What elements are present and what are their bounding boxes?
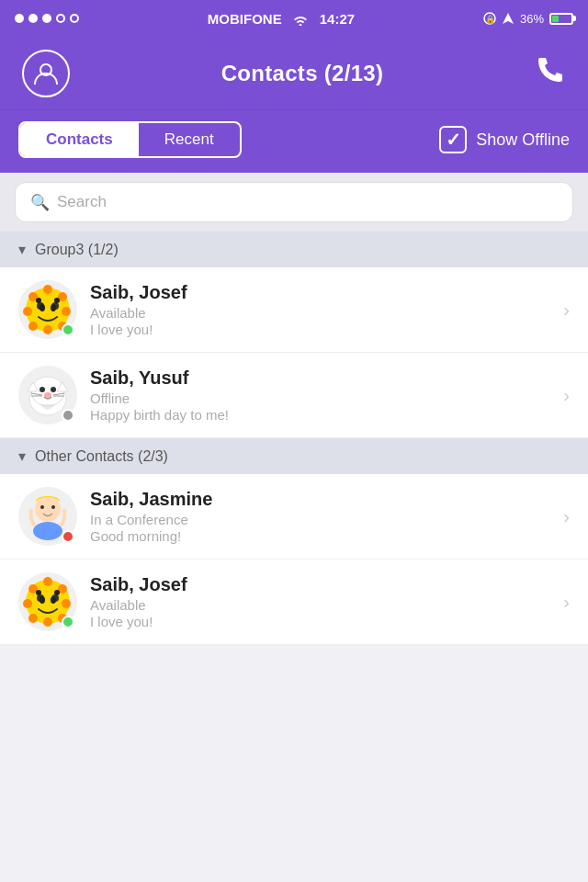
contacts-container: ▾ Group3 (1/2) Saib, Josef Available I l…: [0, 232, 588, 645]
time-label: 14:27: [320, 11, 355, 27]
contact-info: Saib, Josef Available I love you!: [77, 574, 554, 629]
tab-recent[interactable]: Recent: [139, 123, 240, 156]
search-placeholder: Search: [57, 193, 107, 211]
contact-item[interactable]: Saib, Josef Available I love you! ›: [0, 267, 588, 353]
svg-point-18: [51, 304, 56, 311]
phone-icon: [535, 54, 566, 85]
signal-indicators: [15, 14, 79, 23]
avatar-icon: [31, 59, 61, 88]
contact-status: Offline: [90, 390, 554, 406]
contact-name: Saib, Jasmine: [90, 489, 554, 510]
user-avatar[interactable]: [22, 50, 70, 97]
contact-item[interactable]: Saib, Jasmine In a Conference Good morni…: [0, 474, 588, 560]
search-icon: 🔍: [30, 193, 50, 212]
contact-chevron-icon: ›: [554, 506, 570, 527]
contact-item[interactable]: Saib, Yusuf Offline Happy birth day to m…: [0, 353, 588, 438]
contact-name: Saib, Yusuf: [90, 368, 554, 389]
svg-point-46: [36, 590, 41, 595]
svg-point-24: [51, 387, 56, 392]
svg-point-13: [28, 322, 38, 331]
show-offline-toggle[interactable]: ✓ Show Offline: [439, 126, 570, 153]
signal-dot-5: [70, 14, 79, 23]
svg-point-48: [40, 596, 45, 604]
avatar-wrap: [18, 280, 77, 339]
svg-point-30: [35, 496, 61, 522]
battery-icon: [549, 13, 573, 25]
contact-chevron-icon: ›: [554, 385, 570, 406]
carrier-time: MOBIFONE 14:27: [208, 11, 355, 27]
svg-point-14: [23, 307, 32, 316]
tab-group: Contacts Recent: [18, 121, 242, 158]
contact-status: In a Conference: [90, 512, 554, 527]
svg-point-10: [62, 307, 71, 316]
contact-message: I love you!: [90, 614, 554, 629]
battery-area: 🔒 36%: [483, 12, 573, 26]
search-bar[interactable]: 🔍 Search: [15, 182, 573, 222]
svg-point-12: [43, 325, 52, 334]
group-header[interactable]: ▾ Group3 (1/2): [0, 232, 588, 267]
tabs-bar: Contacts Recent ✓ Show Offline: [0, 110, 588, 173]
signal-dot-2: [28, 14, 38, 23]
svg-point-33: [40, 505, 44, 509]
svg-point-49: [51, 596, 56, 604]
location-icon: [502, 12, 514, 25]
svg-point-15: [36, 298, 41, 303]
tab-contacts[interactable]: Contacts: [20, 123, 139, 156]
svg-point-47: [54, 590, 60, 595]
signal-dot-1: [15, 14, 24, 23]
page-title: Contacts (2/13): [221, 61, 384, 86]
group-label: Group3 (1/2): [35, 242, 119, 258]
svg-point-41: [62, 599, 71, 608]
avatar-wrap: [18, 366, 77, 424]
svg-point-34: [51, 505, 55, 509]
group-header[interactable]: ▾ Other Contacts (2/3): [0, 438, 588, 474]
carrier-label: MOBIFONE: [208, 11, 282, 27]
contact-status: Available: [90, 305, 554, 321]
svg-point-23: [40, 387, 45, 392]
group-label: Other Contacts (2/3): [35, 448, 168, 465]
checkmark-icon: ✓: [446, 130, 461, 149]
lock-icon: 🔒: [483, 12, 496, 25]
show-offline-label: Show Offline: [476, 130, 570, 150]
svg-point-43: [43, 617, 52, 627]
status-dot: [62, 409, 74, 422]
group-chevron-icon: ▾: [18, 447, 26, 465]
contact-message: I love you!: [90, 322, 554, 337]
avatar-wrap: [18, 487, 77, 546]
contact-item[interactable]: Saib, Josef Available I love you! ›: [0, 560, 588, 645]
contact-message: Good morning!: [90, 528, 554, 544]
contact-info: Saib, Jasmine In a Conference Good morni…: [77, 489, 554, 544]
contact-status: Available: [90, 597, 554, 613]
svg-point-45: [23, 599, 32, 608]
battery-percent: 36%: [520, 12, 544, 26]
svg-point-39: [43, 577, 52, 586]
contact-chevron-icon: ›: [554, 592, 570, 613]
status-bar: MOBIFONE 14:27 🔒 36%: [0, 0, 588, 37]
contact-chevron-icon: ›: [554, 300, 570, 321]
contact-info: Saib, Josef Available I love you!: [77, 282, 554, 337]
contact-name: Saib, Josef: [90, 282, 554, 303]
svg-point-44: [28, 614, 38, 623]
group-chevron-icon: ▾: [18, 241, 26, 258]
svg-point-8: [43, 285, 52, 294]
svg-point-16: [54, 298, 60, 303]
status-dot: [62, 323, 74, 336]
avatar-wrap: [18, 572, 77, 631]
svg-rect-32: [35, 526, 61, 537]
svg-text:🔒: 🔒: [484, 14, 495, 25]
svg-point-17: [40, 304, 45, 311]
status-dot: [62, 616, 74, 628]
contact-list: Saib, Josef Available I love you! › Saib…: [0, 267, 588, 438]
phone-button[interactable]: [535, 54, 566, 92]
svg-marker-2: [503, 13, 514, 24]
search-bar-wrapper: 🔍 Search: [0, 173, 588, 232]
app-header: Contacts (2/13): [0, 37, 588, 110]
contact-info: Saib, Yusuf Offline Happy birth day to m…: [77, 368, 554, 423]
show-offline-checkbox[interactable]: ✓: [439, 126, 467, 153]
status-dot: [62, 530, 74, 543]
contact-message: Happy birth day to me!: [90, 407, 554, 423]
wifi-icon: [293, 15, 308, 26]
contact-list: Saib, Jasmine In a Conference Good morni…: [0, 474, 588, 645]
signal-dot-4: [56, 14, 65, 23]
signal-dot-3: [42, 14, 51, 23]
